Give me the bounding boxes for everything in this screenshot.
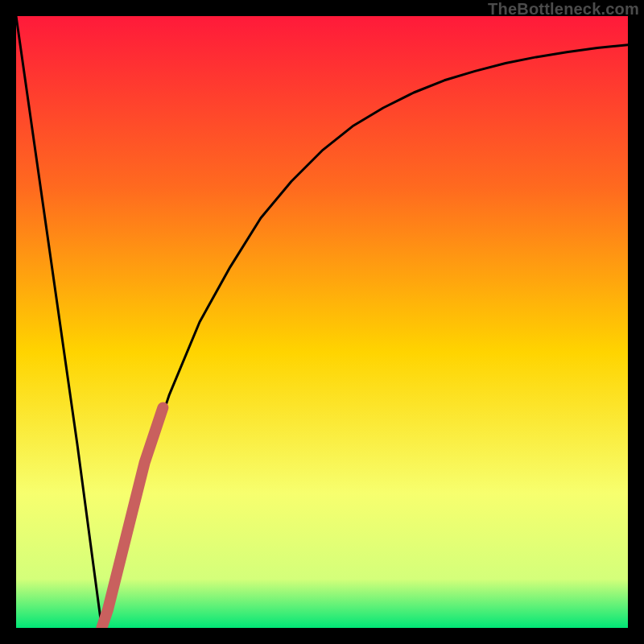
plot-area: [16, 16, 628, 628]
watermark-text: TheBottleneck.com: [488, 0, 639, 19]
chart-frame: TheBottleneck.com: [0, 0, 644, 644]
gradient-background: [16, 16, 628, 628]
